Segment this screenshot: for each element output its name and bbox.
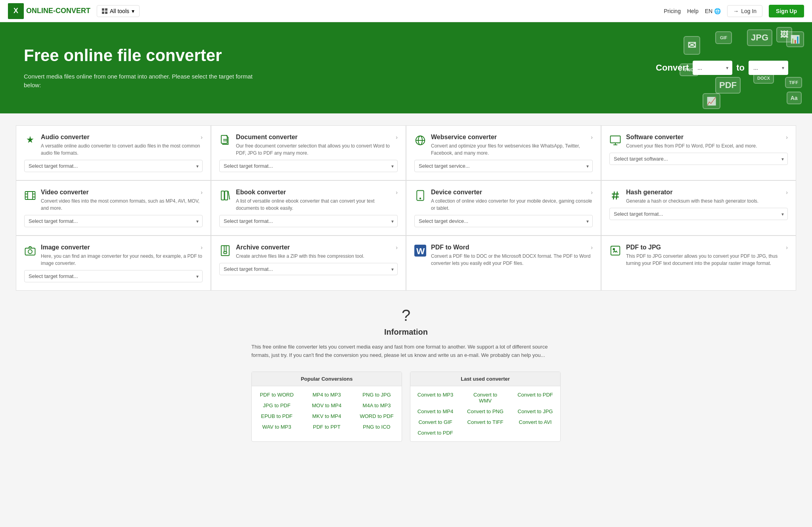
converter-card-document[interactable]: Document converter › Our free document c… bbox=[211, 126, 406, 180]
converter-card-webservice[interactable]: Webservice converter › Convert and optim… bbox=[406, 126, 601, 180]
popular-conversions-header: Popular Conversions bbox=[252, 372, 402, 386]
login-label: Log In bbox=[741, 8, 756, 14]
card-desc-image: Here, you can find an image converter fo… bbox=[41, 253, 203, 267]
converter-card-ebook[interactable]: Ebook converter › A list of versatile on… bbox=[211, 181, 406, 235]
gif-file-icon: GIF bbox=[715, 31, 732, 44]
converter-card-image[interactable]: Image converter › Here, you can find an … bbox=[16, 236, 211, 290]
card-select-image[interactable]: Select target format... bbox=[24, 270, 203, 282]
card-header: W PDF to Word › Convert a PDF file to DO… bbox=[414, 244, 593, 267]
svg-text:W: W bbox=[416, 246, 425, 256]
all-tools-button[interactable]: All tools ▾ bbox=[97, 5, 140, 17]
card-select-hash[interactable]: Select target format... bbox=[609, 208, 788, 220]
hero-left: Free online file converter Convert media… bbox=[24, 46, 262, 90]
converter-card-pdf-word[interactable]: W PDF to Word › Convert a PDF file to DO… bbox=[406, 236, 601, 290]
svg-line-23 bbox=[613, 192, 615, 199]
last-used-link[interactable]: Convert to PDF bbox=[510, 389, 560, 406]
last-used-link[interactable]: Convert to MP4 bbox=[410, 406, 460, 417]
card-select-wrapper-video: Select target format... bbox=[24, 215, 203, 227]
last-used-link[interactable]: Convert to WMV bbox=[460, 389, 510, 406]
logo[interactable]: X ONLINE-CONVERT bbox=[8, 3, 90, 19]
card-select-wrapper-document: Select target format... bbox=[219, 160, 398, 172]
popular-conversion-link[interactable]: PNG to JPG bbox=[352, 389, 402, 400]
card-title-area: Device converter › A collection of onlin… bbox=[431, 189, 593, 212]
popular-conversion-link[interactable]: PDF to PPT bbox=[302, 422, 352, 432]
svg-line-18 bbox=[228, 191, 230, 199]
convert-to-select[interactable]: ... bbox=[749, 61, 788, 75]
chevron-down-icon: ▾ bbox=[132, 8, 134, 14]
last-used-link[interactable] bbox=[510, 427, 560, 438]
navbar-right: Pricing Help EN 🌐 → Log In Sign Up bbox=[664, 5, 804, 17]
card-arrow-audio: › bbox=[201, 134, 203, 140]
popular-conversion-link[interactable]: JPG to PDF bbox=[252, 400, 302, 411]
converter-card-software[interactable]: Software converter › Convert your files … bbox=[601, 126, 796, 180]
converter-card-audio[interactable]: Audio converter › A versatile online aud… bbox=[16, 126, 211, 180]
info-icon: ? bbox=[32, 307, 780, 324]
converter-card-hash[interactable]: Hash generator › Generate a hash or chec… bbox=[601, 181, 796, 235]
card-select-document[interactable]: Select target format... bbox=[219, 160, 398, 172]
card-select-audio[interactable]: Select target format... bbox=[24, 160, 203, 172]
last-used-link[interactable] bbox=[460, 427, 510, 438]
card-title-archive: Archive converter bbox=[236, 244, 290, 251]
help-link[interactable]: Help bbox=[687, 8, 699, 14]
popular-conversion-link[interactable]: MKV to MP4 bbox=[302, 411, 352, 422]
card-arrow-pdf-word: › bbox=[591, 244, 593, 251]
svg-point-26 bbox=[28, 250, 32, 254]
last-used-body: Convert to MP3Convert to WMVConvert to P… bbox=[410, 386, 560, 441]
card-select-wrapper-image: Select target format... bbox=[24, 270, 203, 282]
popular-conversion-link[interactable]: M4A to MP3 bbox=[352, 400, 402, 411]
login-button[interactable]: → Log In bbox=[727, 5, 762, 17]
card-select-video[interactable]: Select target format... bbox=[24, 215, 203, 227]
popular-conversion-link[interactable]: MOV to MP4 bbox=[302, 400, 352, 411]
card-title-area: Ebook converter › A list of versatile on… bbox=[236, 189, 398, 212]
card-select-software[interactable]: Select target software... bbox=[609, 153, 788, 165]
popular-conversion-link[interactable]: WORD to PDF bbox=[352, 411, 402, 422]
card-arrow-image: › bbox=[201, 244, 203, 251]
card-icon-webservice bbox=[414, 134, 426, 149]
card-select-archive[interactable]: Select target format... bbox=[219, 263, 398, 275]
popular-conversion-link[interactable]: MP4 to MP3 bbox=[302, 389, 352, 400]
grid-icon bbox=[102, 8, 107, 14]
pdf-file-icon-hero: PDF bbox=[715, 77, 741, 94]
converter-card-archive[interactable]: Archive converter › Create archive files… bbox=[211, 236, 406, 290]
last-used-link[interactable]: Convert to GIF bbox=[410, 417, 460, 427]
last-used-link[interactable]: Convert to PDF bbox=[410, 427, 460, 438]
lang-label: EN bbox=[705, 8, 712, 14]
last-used-link[interactable]: Convert to JPG bbox=[510, 406, 560, 417]
popular-conversions-body: PDF to WORDMP4 to MP3PNG to JPGJPG to PD… bbox=[252, 386, 402, 435]
card-select-device[interactable]: Select target device... bbox=[414, 215, 593, 227]
last-used-link[interactable]: Convert to AVI bbox=[510, 417, 560, 427]
logo-text: ONLINE-CONVERT bbox=[26, 7, 90, 15]
conversions-container: Popular Conversions PDF to WORDMP4 to MP… bbox=[251, 372, 561, 442]
last-used-link[interactable]: Convert to TIFF bbox=[460, 417, 510, 427]
card-select-webservice[interactable]: Select target service... bbox=[414, 160, 593, 172]
info-title: Information bbox=[32, 328, 780, 337]
card-icon-device bbox=[414, 190, 426, 204]
card-title-area: Audio converter › A versatile online aud… bbox=[41, 134, 203, 157]
converter-card-pdf-jpg[interactable]: PDF to JPG › This PDF to JPG converter a… bbox=[601, 236, 796, 290]
last-used-link[interactable]: Convert to PNG bbox=[460, 406, 510, 417]
popular-conversion-link[interactable]: EPUB to PDF bbox=[252, 411, 302, 422]
svg-rect-9 bbox=[25, 192, 35, 199]
card-desc-webservice: Convert and optimize your files for webs… bbox=[431, 142, 593, 157]
converter-grid: Audio converter › A versatile online aud… bbox=[16, 125, 796, 291]
card-icon-image bbox=[24, 245, 36, 259]
card-select-ebook[interactable]: Select target format... bbox=[219, 215, 398, 227]
last-used-link[interactable]: Convert to MP3 bbox=[410, 389, 460, 406]
last-used-grid: Convert to MP3Convert to WMVConvert to P… bbox=[410, 389, 560, 438]
signup-button[interactable]: Sign Up bbox=[769, 5, 804, 17]
convert-from-select[interactable]: ... bbox=[693, 61, 732, 75]
card-header: Software converter › Convert your files … bbox=[609, 134, 788, 149]
popular-conversion-link[interactable]: PNG to ICO bbox=[352, 422, 402, 432]
language-button[interactable]: EN 🌐 bbox=[705, 8, 721, 14]
popular-conversion-link[interactable]: PDF to WORD bbox=[252, 389, 302, 400]
card-icon-ebook bbox=[219, 190, 231, 204]
card-title-area: PDF to JPG › This PDF to JPG converter a… bbox=[626, 244, 788, 267]
card-title-audio: Audio converter bbox=[41, 134, 90, 141]
converter-card-video[interactable]: Video converter › Convert video files in… bbox=[16, 181, 211, 235]
navbar-left: X ONLINE-CONVERT All tools ▾ bbox=[8, 3, 140, 19]
converter-card-device[interactable]: Device converter › A collection of onlin… bbox=[406, 181, 601, 235]
popular-conversion-link[interactable]: WAV to MP3 bbox=[252, 422, 302, 432]
card-title-area: PDF to Word › Convert a PDF file to DOC … bbox=[431, 244, 593, 267]
card-title-area: Video converter › Convert video files in… bbox=[41, 189, 203, 212]
pricing-link[interactable]: Pricing bbox=[664, 8, 681, 14]
